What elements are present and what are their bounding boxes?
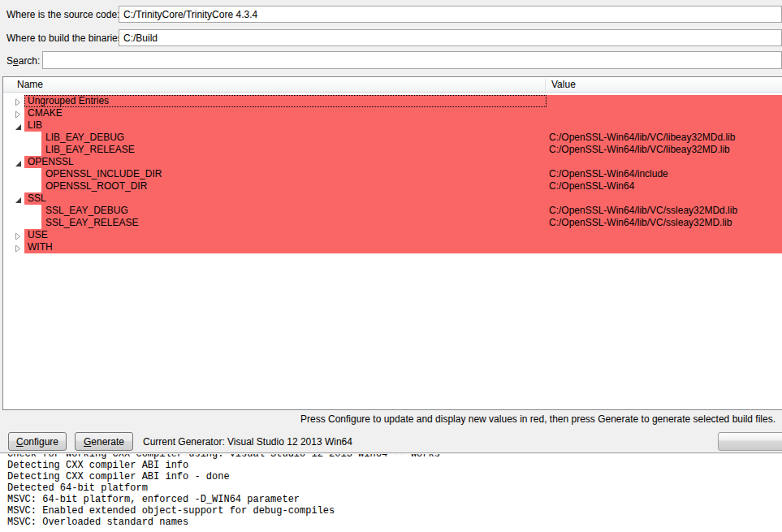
cache-entry-name[interactable]: LIB bbox=[28, 119, 42, 132]
cache-row-openssl-include-dir[interactable]: OPENSSL_INCLUDE_DIRC:/OpenSSL-Win64/incl… bbox=[3, 168, 782, 180]
cache-table-header: Name Value bbox=[3, 77, 782, 93]
console-divider bbox=[0, 452, 782, 453]
cache-row-lib-eay-debug[interactable]: LIB_EAY_DEBUGC:/OpenSSL-Win64/lib/VC/lib… bbox=[3, 132, 782, 144]
cache-row-ssl[interactable]: SSL bbox=[3, 192, 782, 205]
console-line: Detecting CXX compiler ABI info - done bbox=[7, 471, 782, 482]
cache-entry-value[interactable]: C:/OpenSSL-Win64/lib/VC/libeay32MD.lib bbox=[549, 144, 730, 156]
console-line: MSVC: Enabled extended object-support fo… bbox=[7, 505, 782, 517]
row-indent bbox=[3, 180, 41, 192]
cache-row-cmake[interactable]: CMAKE bbox=[3, 107, 782, 119]
cache-table: Name Value Ungrouped EntriesCMAKELIBLIB_… bbox=[2, 76, 782, 410]
cache-entry-name[interactable]: CMAKE bbox=[28, 107, 63, 119]
source-code-input[interactable] bbox=[119, 6, 782, 23]
cache-row-lib-eay-release[interactable]: LIB_EAY_RELEASEC:/OpenSSL-Win64/lib/VC/l… bbox=[3, 144, 782, 156]
configure-button[interactable]: Configure bbox=[8, 432, 67, 451]
row-indent bbox=[3, 107, 24, 119]
build-dir-input[interactable] bbox=[119, 29, 782, 46]
cache-entry-value[interactable]: C:/OpenSSL-Win64/lib/VC/libeay32MDd.lib bbox=[549, 132, 735, 144]
console-line: MSVC: 64-bit platform, enforced -D_WIN64… bbox=[7, 494, 782, 505]
cache-entry-name[interactable]: LIB_EAY_DEBUG bbox=[45, 132, 124, 144]
output-console[interactable]: Check for working CXX compiler using: Vi… bbox=[0, 454, 782, 532]
progress-bar bbox=[718, 432, 782, 451]
cmake-gui-window: Where is the source code: Where to build… bbox=[0, 0, 782, 532]
cache-row-ungrouped-entries[interactable]: Ungrouped Entries bbox=[3, 95, 782, 107]
source-code-label: Where is the source code: bbox=[6, 9, 119, 20]
row-indent bbox=[3, 144, 41, 156]
cache-entry-value[interactable]: C:/OpenSSL-Win64/lib/VC/ssleay32MDd.lib bbox=[549, 205, 737, 217]
cache-entry-name[interactable]: OPENSSL_ROOT_DIR bbox=[45, 180, 147, 192]
cache-tree-rows: Ungrouped EntriesCMAKELIBLIB_EAY_DEBUGC:… bbox=[3, 93, 782, 253]
row-indent bbox=[3, 168, 41, 180]
cache-entry-name[interactable]: SSL_EAY_RELEASE bbox=[45, 217, 139, 229]
cache-row-use[interactable]: USE bbox=[3, 229, 782, 241]
row-indent bbox=[3, 205, 41, 217]
configure-hint-text: Press Configure to update and display ne… bbox=[300, 413, 776, 425]
console-line: Check for working CXX compiler using: Vi… bbox=[7, 454, 782, 460]
current-generator-label: Current Generator: Visual Studio 12 2013… bbox=[143, 436, 352, 448]
row-indent bbox=[3, 132, 41, 144]
column-header-name[interactable]: Name bbox=[17, 79, 43, 90]
cache-row-ssl-eay-release[interactable]: SSL_EAY_RELEASEC:/OpenSSL-Win64/lib/VC/s… bbox=[3, 217, 782, 229]
build-dir-label: Where to build the binaries: bbox=[6, 32, 125, 44]
focus-rectangle bbox=[24, 95, 547, 107]
cache-row-ssl-eay-debug[interactable]: SSL_EAY_DEBUGC:/OpenSSL-Win64/lib/VC/ssl… bbox=[3, 205, 782, 217]
cache-entry-value[interactable]: C:/OpenSSL-Win64/include bbox=[549, 168, 668, 180]
cache-entry-name[interactable]: LIB_EAY_RELEASE bbox=[45, 144, 135, 156]
cache-row-openssl-root-dir[interactable]: OPENSSL_ROOT_DIRC:/OpenSSL-Win64 bbox=[3, 180, 782, 192]
console-line: Detected 64-bit platform bbox=[7, 482, 782, 494]
cache-entry-name[interactable]: USE bbox=[28, 229, 48, 241]
console-line: Detecting CXX compiler ABI info bbox=[7, 460, 782, 471]
generate-button[interactable]: Generate bbox=[75, 432, 133, 451]
cache-row-openssl[interactable]: OPENSSL bbox=[3, 156, 782, 168]
cache-entry-name[interactable]: OPENSSL bbox=[28, 156, 74, 168]
cache-entry-name[interactable]: WITH bbox=[28, 241, 53, 253]
cache-entry-name[interactable]: OPENSSL_INCLUDE_DIR bbox=[45, 168, 162, 180]
cache-entry-value[interactable]: C:/OpenSSL-Win64/lib/VC/ssleay32MD.lib bbox=[549, 217, 732, 229]
search-label: Search: bbox=[6, 55, 40, 67]
row-indent bbox=[3, 241, 24, 253]
row-indent bbox=[3, 217, 41, 229]
row-indent bbox=[3, 229, 24, 241]
column-divider[interactable] bbox=[545, 79, 546, 90]
console-text: Check for working CXX compiler using: Vi… bbox=[0, 454, 782, 528]
console-line: MSVC: Overloaded standard names bbox=[7, 517, 782, 528]
row-indent bbox=[3, 95, 24, 107]
search-input[interactable] bbox=[42, 51, 782, 69]
cache-entry-value[interactable]: C:/OpenSSL-Win64 bbox=[549, 180, 634, 192]
cache-entry-name[interactable]: SSL_EAY_DEBUG bbox=[45, 205, 128, 217]
column-header-value[interactable]: Value bbox=[551, 79, 576, 90]
cache-row-with[interactable]: WITH bbox=[3, 241, 782, 253]
cache-row-lib[interactable]: LIB bbox=[3, 119, 782, 132]
tree-collapsed-icon[interactable] bbox=[15, 244, 21, 255]
cache-entry-name[interactable]: SSL bbox=[28, 192, 46, 205]
